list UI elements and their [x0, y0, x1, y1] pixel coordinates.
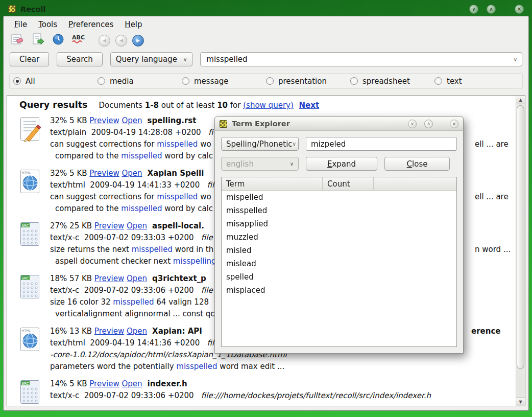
radio-icon — [434, 77, 442, 85]
prev-page-button[interactable]: ◀ — [115, 35, 127, 47]
open-link[interactable]: Open — [127, 274, 147, 283]
term-row[interactable]: mislead — [222, 257, 456, 270]
open-link[interactable]: Open — [122, 116, 142, 125]
query-combobox[interactable]: ∨ — [200, 52, 522, 66]
term-column-header[interactable]: Term — [222, 177, 323, 190]
search-button[interactable]: Search — [57, 52, 103, 66]
dialog-shade-button[interactable]: ∨ — [408, 120, 417, 128]
mime-date: text/html 2009-04-19 14:41:33 +0200 — [50, 180, 207, 190]
mime-date: text/html 2009-04-19 14:41:36 +0200 — [50, 338, 207, 348]
count-column-header[interactable]: Count — [323, 177, 374, 190]
unshade-button[interactable]: ∧ — [487, 5, 496, 14]
menu-help[interactable]: Help — [119, 18, 148, 31]
summary-middle: out of at least — [161, 101, 215, 110]
preview-link[interactable]: Preview — [89, 379, 119, 388]
term-row[interactable]: spelled — [222, 270, 456, 284]
preview-link[interactable]: Preview — [94, 327, 124, 336]
preview-link[interactable]: Preview — [89, 169, 119, 178]
filter-all[interactable]: All — [13, 77, 98, 86]
occluded-text-fragment: ell ... are — [475, 138, 509, 150]
filter-spreadsheet[interactable]: spreadsheet — [350, 77, 434, 86]
term-row[interactable]: misapplied — [222, 217, 456, 230]
occluded-text-fragment: ell ... are — [475, 191, 509, 203]
dialog-titlebar[interactable]: Term Explorer ∨ ∧ × — [214, 117, 464, 130]
preview-link[interactable]: Preview — [94, 274, 124, 283]
relevance-size: 32% 5 KB — [50, 116, 89, 125]
result-url: file:///home/dockes/projets/fulltext/rec… — [201, 391, 431, 400]
result-url: file — [201, 286, 213, 295]
close-window-button[interactable]: × — [515, 5, 524, 14]
page-nav-group: ◀ ◀ ▶ — [99, 35, 144, 47]
result-title: aspell-local. — [152, 221, 204, 230]
term-input[interactable] — [306, 137, 457, 151]
filter-media[interactable]: media — [98, 77, 182, 86]
filter-presentation[interactable]: presentation — [266, 77, 350, 86]
open-link[interactable]: Open — [122, 379, 142, 388]
svg-text:SRC: SRC — [22, 276, 29, 281]
window-titlebar[interactable]: Recoll ∨ ∧ × — [3, 2, 529, 16]
term-row[interactable]: misplaced — [222, 284, 456, 297]
radio-icon — [266, 77, 274, 85]
filter-text[interactable]: text — [434, 77, 519, 86]
scrollbar-track[interactable] — [516, 104, 525, 397]
menu-tools[interactable]: Tools — [33, 18, 63, 31]
filter-label: message — [194, 77, 228, 86]
search-input[interactable] — [205, 54, 513, 64]
menu-file[interactable]: File — [9, 18, 33, 31]
result-title: q3richtext_p — [152, 274, 206, 283]
term-table-header[interactable]: Term Count — [222, 177, 456, 191]
term-row[interactable]: mispelled — [222, 191, 456, 204]
filetype-html-icon: HTML — [19, 327, 43, 373]
filetype-source-icon: SRC — [19, 379, 43, 406]
results-scrollbar[interactable]: ▲ ▼ — [516, 96, 525, 406]
preview-link[interactable]: Preview — [94, 221, 124, 230]
menu-preferences[interactable]: Preferences — [63, 18, 119, 31]
result-meta-line: text/x-c 2009-07-02 09:33:06 +0200 file:… — [50, 390, 516, 402]
scroll-down-button[interactable]: ▼ — [516, 397, 525, 406]
scrollbar-thumb[interactable] — [517, 105, 524, 369]
term-cell: spelled — [222, 270, 323, 284]
dialog-close-window-button[interactable]: × — [450, 120, 458, 128]
term-row[interactable]: muzzled — [222, 230, 456, 244]
query-mode-combo[interactable]: Query language ∨ — [110, 52, 193, 66]
first-page-button[interactable]: ◀ — [99, 35, 110, 47]
term-row[interactable]: misspelled — [222, 204, 456, 217]
clear-button[interactable]: Clear — [10, 52, 49, 66]
occluded-text-fragment: n word ... — [475, 244, 511, 256]
result-title: spelling.rst — [148, 116, 197, 125]
result-url: file — [201, 233, 213, 242]
language-combo: english ∨ — [221, 157, 299, 171]
category-filters: Allmediamessagepresentationspreadsheette… — [9, 73, 523, 89]
shade-button[interactable]: ∨ — [469, 5, 478, 14]
window-title: Recoll — [20, 5, 461, 13]
term-cell: misapplied — [222, 217, 323, 230]
expand-button[interactable]: Expand — [306, 157, 377, 171]
highlighted-term: misspelling — [173, 257, 216, 266]
dialog-unshade-button[interactable]: ∧ — [424, 120, 433, 128]
preview-link[interactable]: Preview — [89, 116, 119, 125]
open-link[interactable]: Open — [127, 221, 147, 230]
next-page-button[interactable]: ▶ — [132, 35, 144, 47]
filter-message[interactable]: message — [182, 77, 266, 86]
history-button[interactable] — [51, 33, 66, 48]
close-button[interactable]: Close — [384, 157, 450, 171]
expansion-mode-combo[interactable]: Spelling/Phonetic ∨ — [221, 137, 299, 151]
scroll-up-button[interactable]: ▲ — [516, 96, 525, 104]
term-cell: muzzled — [222, 230, 323, 244]
show-query-link[interactable]: (show query) — [243, 101, 294, 110]
first-page-icon: ◀ — [103, 38, 106, 43]
next-page-link[interactable]: Next — [299, 101, 320, 110]
chevron-down-icon: ∨ — [410, 121, 414, 126]
term-explorer-button[interactable]: ABC — [71, 33, 86, 48]
open-link[interactable]: Open — [122, 169, 142, 178]
header-filler — [374, 177, 456, 190]
term-row[interactable]: misled — [222, 244, 456, 257]
term-rows: mispelledmisspelledmisappliedmuzzledmisl… — [222, 191, 456, 297]
clear-search-button[interactable] — [10, 33, 25, 48]
term-cell: misplaced — [222, 284, 323, 297]
start-search-button[interactable] — [30, 33, 45, 48]
open-link[interactable]: Open — [127, 327, 147, 336]
chevron-down-icon: ∨ — [183, 57, 187, 62]
radio-icon — [13, 77, 21, 85]
highlighted-term: misspelled — [157, 192, 198, 201]
